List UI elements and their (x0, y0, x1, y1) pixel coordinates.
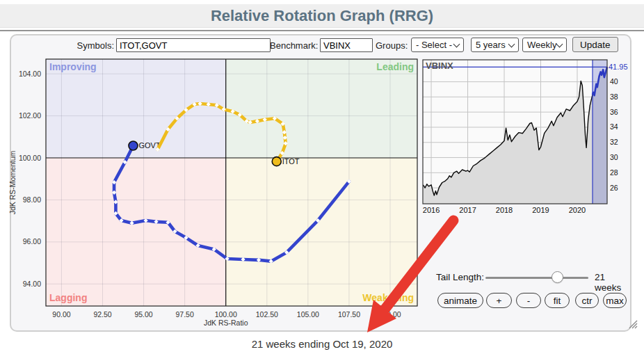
x-tick-label: 107.50 (338, 310, 360, 319)
frequency-select[interactable]: Weekly (522, 38, 567, 52)
price-tick-label: 32 (610, 138, 618, 146)
y-tick-label: 102.00 (19, 111, 41, 120)
y-tick-label: 100.00 (19, 154, 41, 162)
tail-length-value: 21 weeks (595, 272, 630, 293)
benchmark-label: Benchmark: (270, 40, 317, 51)
x-tick-label: 90.00 (52, 310, 70, 319)
groups-label: Groups: (376, 40, 408, 51)
page-title: Relative Rotation Graph (RRG) (211, 7, 433, 25)
chevron-down-icon (556, 40, 563, 47)
itot-symbol-label: ITOT (282, 157, 300, 166)
tail-length-slider-thumb[interactable] (552, 271, 563, 283)
year-tick-label: 2020 (569, 206, 586, 214)
chevron-down-icon (453, 40, 460, 47)
x-tick-label: 100.00 (215, 310, 237, 319)
zoom-out-button[interactable]: - (516, 293, 541, 308)
header-divider (0, 30, 644, 31)
symbols-input[interactable] (116, 38, 271, 52)
y-tick-label: 96.00 (23, 237, 41, 246)
x-tick-label: 110.00 (379, 310, 401, 319)
govt-symbol-dot (129, 141, 138, 150)
tail-length-slider-track[interactable] (485, 277, 588, 279)
symbols-label: Symbols: (65, 40, 114, 51)
rrg-app: Relative Rotation Graph (RRG) Symbols: B… (0, 0, 644, 354)
year-tick-label: 2019 (532, 206, 549, 214)
center-button[interactable]: ctr (575, 293, 599, 308)
rrg-panel: Symbols: Benchmark: Groups: - Select - 5… (10, 34, 631, 332)
y-axis-title: JdK RS-Momentum (8, 150, 17, 214)
tail-period-highlight (593, 60, 607, 204)
price-tick-label: 40 (610, 77, 618, 86)
year-tick-label: 2016 (423, 206, 440, 214)
x-tick-label: 95.00 (134, 310, 152, 319)
price-tick-label: 36 (610, 108, 618, 116)
period-select[interactable]: 5 years (471, 38, 519, 52)
rrg-chart: ImprovingLeadingLaggingWeakeningGOVTITOT… (46, 59, 417, 306)
weakening-label: Weakening (362, 292, 414, 303)
period-select-value: 5 years (476, 40, 506, 50)
caption-text: 21 weeks ending Oct 19, 2020 (0, 338, 644, 350)
chevron-down-icon (508, 40, 515, 47)
x-tick-label: 92.50 (93, 310, 111, 319)
max-button[interactable]: max (603, 293, 627, 308)
year-tick-label: 2018 (496, 206, 513, 214)
x-axis-title: JdK RS-Ratio (204, 319, 248, 327)
tail-length-label: Tail Length: (436, 272, 484, 282)
price-tick-label: 26 (610, 184, 618, 192)
fit-button[interactable]: fit (545, 293, 570, 308)
x-tick-label: 102.50 (256, 310, 278, 319)
benchmark-minichart: VBINX262830323436384041.9520162017201820… (423, 60, 607, 204)
benchmark-input[interactable] (320, 38, 373, 52)
lagging-label: Lagging (49, 292, 87, 303)
resize-handle-icon[interactable] (627, 319, 638, 329)
y-tick-label: 104.00 (19, 70, 41, 78)
y-tick-label: 94.00 (23, 280, 41, 288)
price-tick-label: 34 (610, 122, 618, 131)
app-titlebar: Relative Rotation Graph (RRG) (0, 4, 644, 28)
x-tick-label: 97.50 (176, 310, 194, 319)
frequency-select-value: Weekly (527, 40, 556, 50)
groups-select-value: - Select - (416, 40, 452, 50)
update-button[interactable]: Update (572, 37, 618, 52)
improving-label: Improving (49, 61, 97, 72)
leading-label: Leading (376, 61, 414, 72)
y-tick-label: 98.00 (23, 195, 41, 204)
price-tick-label: 30 (610, 153, 618, 161)
animate-button[interactable]: animate (437, 293, 483, 308)
itot-symbol-dot (272, 157, 281, 166)
price-tick-label: 38 (610, 92, 618, 101)
groups-select[interactable]: - Select - (411, 38, 464, 52)
zoom-in-button[interactable]: + (486, 293, 512, 308)
price-tick-label: 28 (610, 168, 618, 177)
x-tick-label: 105.00 (297, 310, 319, 319)
last-price-label: 41.95 (609, 63, 628, 71)
year-tick-label: 2017 (459, 206, 476, 214)
minichart-symbol-label: VBINX (426, 61, 453, 71)
